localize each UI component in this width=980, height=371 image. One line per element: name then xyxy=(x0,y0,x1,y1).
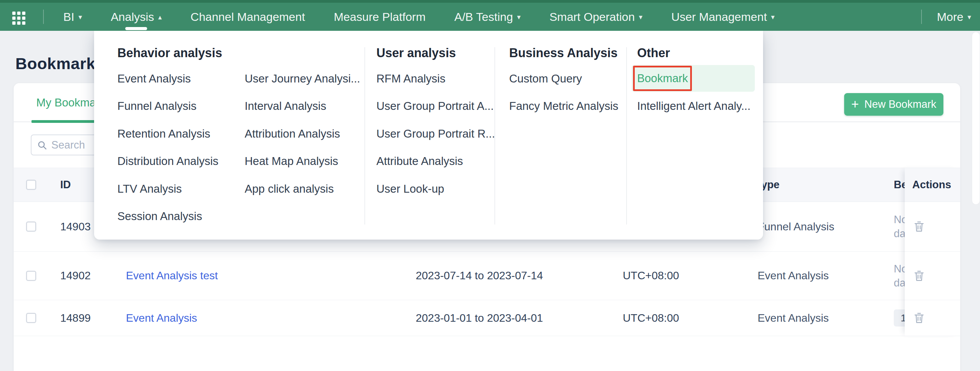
nav-divider xyxy=(921,10,922,24)
scrollbar-thumb[interactable] xyxy=(972,32,980,205)
highlight-red-box xyxy=(633,66,692,91)
row-type: Funnel Analysis xyxy=(757,202,834,251)
menu-item-heat-map-analysis[interactable]: Heat Map Analysis xyxy=(245,153,338,170)
row-be-value: No data xyxy=(894,213,906,240)
menu-item-fancy-metric-analysis[interactable]: Fancy Metric Analysis xyxy=(509,97,618,115)
row-be-clip: No data xyxy=(894,252,906,300)
caret-down-icon: ▾ xyxy=(771,13,775,21)
nav-item-analysis[interactable]: Analysis ▴ xyxy=(111,3,162,31)
menu-divider xyxy=(626,47,627,225)
menu-group-title-other: Other xyxy=(637,45,670,62)
menu-item-user-group-portrait-r[interactable]: User Group Portrait R... xyxy=(376,125,495,142)
nav-item-user-management[interactable]: User Management ▾ xyxy=(671,3,775,31)
table-row: 14899 Event Analysis 2023-01-01 to 2023-… xyxy=(14,300,960,336)
search-icon xyxy=(37,140,47,150)
menu-item-session-analysis[interactable]: Session Analysis xyxy=(118,208,202,225)
row-checkbox[interactable] xyxy=(26,221,36,232)
menu-divider xyxy=(364,47,365,225)
actions-fixed-column: Actions xyxy=(905,168,960,336)
nav-item-label: A/B Testing xyxy=(454,10,513,24)
menu-item-user-group-portrait-a[interactable]: User Group Portrait A... xyxy=(376,97,494,115)
table-row: 14902 Event Analysis test 2023-07-14 to … xyxy=(14,252,960,300)
nav-top-strip xyxy=(0,0,980,3)
nav-item-channel-management[interactable]: Channel Management xyxy=(191,3,305,31)
apps-grid-icon[interactable] xyxy=(11,10,27,26)
row-timezone: UTC+08:00 xyxy=(623,252,679,300)
page-title: Bookmark xyxy=(15,54,95,73)
caret-down-icon: ▾ xyxy=(517,13,521,21)
delete-button[interactable] xyxy=(911,310,927,326)
menu-item-event-analysis[interactable]: Event Analysis xyxy=(118,70,191,87)
trash-icon xyxy=(913,269,926,282)
row-checkbox[interactable] xyxy=(26,313,36,323)
nav-item-label: User Management xyxy=(671,10,767,24)
menu-group-title-business-analysis: Business Analysis xyxy=(509,45,617,62)
trash-icon xyxy=(913,311,926,325)
menu-item-attribution-analysis[interactable]: Attribution Analysis xyxy=(245,125,340,142)
row-id: 14902 xyxy=(60,252,91,300)
menu-item-custom-query[interactable]: Custom Query xyxy=(509,70,582,87)
plus-icon: + xyxy=(851,97,859,111)
menu-item-ltv-analysis[interactable]: LTV Analysis xyxy=(118,180,182,197)
delete-button[interactable] xyxy=(911,218,927,235)
select-all-checkbox[interactable] xyxy=(26,180,36,190)
nav-item-label: Smart Operation xyxy=(550,10,635,24)
app-screen: Bookmark My Bookmarks + New Bookmark xyxy=(0,0,980,371)
nav-item-bi[interactable]: BI ▾ xyxy=(63,3,82,31)
row-checkbox-cell xyxy=(26,300,36,336)
row-date-range: 2023-07-14 to 2023-07-14 xyxy=(416,252,543,300)
nav-item-ab-testing[interactable]: A/B Testing ▾ xyxy=(454,3,521,31)
row-be-clip: No data xyxy=(894,202,906,251)
menu-group-title-behavior-analysis: Behavior analysis xyxy=(118,45,222,62)
menu-item-retention-analysis[interactable]: Retention Analysis xyxy=(118,125,210,142)
row-id: 14903 xyxy=(60,202,91,251)
menu-divider xyxy=(495,47,495,225)
row-actions-cell xyxy=(905,252,960,300)
row-name-link[interactable]: Event Analysis test xyxy=(126,252,218,300)
active-nav-underline xyxy=(125,27,147,30)
row-type: Event Analysis xyxy=(757,252,829,300)
row-actions-cell xyxy=(905,202,960,252)
row-checkbox[interactable] xyxy=(26,271,36,281)
caret-down-icon: ▾ xyxy=(967,13,971,21)
nav-menu: BI ▾ Analysis ▴ Channel Management Measu… xyxy=(63,3,775,31)
column-header-id: ID xyxy=(60,168,71,202)
caret-down-icon: ▾ xyxy=(639,13,643,21)
row-name-link[interactable]: Event Analysis xyxy=(126,300,197,336)
row-date-range: 2023-01-01 to 2023-04-01 xyxy=(416,300,543,336)
nav-item-label: Analysis xyxy=(111,10,154,24)
menu-item-distribution-analysis[interactable]: Distribution Analysis xyxy=(118,153,218,170)
caret-up-icon: ▴ xyxy=(158,13,162,21)
nav-item-more[interactable]: More ▾ xyxy=(937,3,971,31)
delete-button[interactable] xyxy=(911,268,927,284)
row-checkbox-cell xyxy=(26,252,36,300)
row-checkbox-cell xyxy=(26,202,36,251)
row-be-value: No data xyxy=(894,262,906,290)
row-id: 14899 xyxy=(60,300,91,336)
nav-item-smart-operation[interactable]: Smart Operation ▾ xyxy=(550,3,643,31)
menu-item-intelligent-alert-analysis[interactable]: Intelligent Alert Analy... xyxy=(637,97,750,115)
select-all-checkbox-cell xyxy=(26,168,36,202)
menu-item-funnel-analysis[interactable]: Funnel Analysis xyxy=(118,97,196,115)
menu-item-attribute-analysis[interactable]: Attribute Analysis xyxy=(376,153,463,170)
nav-item-label: Channel Management xyxy=(191,10,305,24)
new-bookmark-button[interactable]: + New Bookmark xyxy=(844,93,943,116)
nav-item-label: Measure Platform xyxy=(334,10,425,24)
column-header-be-clip: Be xyxy=(894,168,906,202)
analysis-dropdown-menu: Behavior analysis Event Analysis Funnel … xyxy=(94,31,763,240)
column-header-be: Be xyxy=(894,168,906,202)
row-actions-cell xyxy=(905,300,960,336)
menu-item-interval-analysis[interactable]: Interval Analysis xyxy=(245,97,326,115)
column-header-actions: Actions xyxy=(912,179,951,191)
menu-item-user-look-up[interactable]: User Look-up xyxy=(376,180,444,197)
new-bookmark-button-label: New Bookmark xyxy=(864,98,936,111)
row-timezone: UTC+08:00 xyxy=(623,300,679,336)
trash-icon xyxy=(913,220,926,233)
menu-item-rfm-analysis[interactable]: RFM Analysis xyxy=(376,70,445,87)
column-header-actions-cell: Actions xyxy=(905,168,960,202)
menu-item-user-journey-analysis[interactable]: User Journey Analysi... xyxy=(245,70,360,87)
nav-item-measure-platform[interactable]: Measure Platform xyxy=(334,3,425,31)
menu-group-title-user-analysis: User analysis xyxy=(376,45,456,62)
nav-item-label: More xyxy=(937,10,963,24)
menu-item-app-click-analysis[interactable]: App click analysis xyxy=(245,180,334,197)
